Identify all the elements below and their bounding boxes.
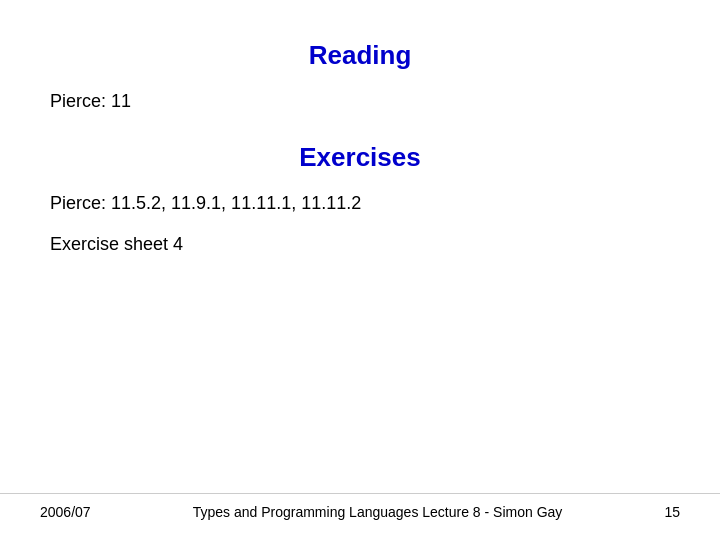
slide-container: Reading Pierce: 11 Exercises Pierce: 11.… — [0, 0, 720, 540]
footer-title: Types and Programming Languages Lecture … — [193, 504, 563, 520]
exercises-heading: Exercises — [40, 142, 680, 173]
reading-heading: Reading — [40, 40, 680, 71]
pierce-exercises-text: Pierce: 11.5.2, 11.9.1, 11.11.1, 11.11.2 — [50, 193, 680, 214]
pierce-reading-text: Pierce: 11 — [50, 91, 680, 112]
footer-year: 2006/07 — [40, 504, 91, 520]
exercise-sheet-text: Exercise sheet 4 — [50, 234, 680, 255]
slide-footer: 2006/07 Types and Programming Languages … — [0, 493, 720, 520]
footer-page: 15 — [664, 504, 680, 520]
